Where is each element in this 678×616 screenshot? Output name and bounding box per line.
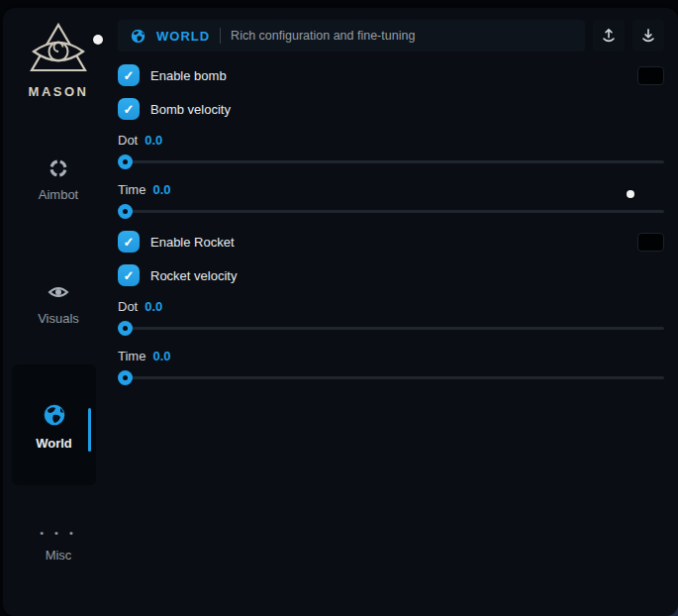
ellipsis-icon: • • • bbox=[3, 527, 114, 539]
slider-thumb[interactable] bbox=[118, 154, 133, 169]
enable-rocket-row: ✓ Enable Rocket bbox=[118, 230, 664, 254]
slider-value: 0.0 bbox=[145, 299, 162, 314]
header-row: WORLD Rich configuration and fine-tuning bbox=[118, 20, 664, 51]
sidebar-item-label: Visuals bbox=[38, 311, 79, 326]
thumb-dot bbox=[123, 159, 128, 164]
eye-icon bbox=[47, 280, 70, 304]
globe-icon bbox=[130, 28, 146, 45]
upload-icon bbox=[600, 27, 618, 45]
sidebar-item-misc[interactable]: • • • Misc bbox=[3, 527, 114, 563]
bomb-time-slider bbox=[118, 204, 664, 219]
page-title: WORLD bbox=[156, 29, 210, 44]
divider bbox=[220, 28, 221, 44]
rocket-velocity-checkbox[interactable]: ✓ bbox=[118, 264, 140, 286]
sidebar-item-label: Misc bbox=[46, 548, 72, 563]
check-icon: ✓ bbox=[124, 68, 135, 83]
sidebar-item-label: World bbox=[36, 436, 72, 451]
rocket-dot-slider bbox=[118, 321, 664, 336]
checkbox-label: Enable Rocket bbox=[150, 235, 235, 250]
check-icon: ✓ bbox=[124, 102, 135, 117]
bomb-color-swatch[interactable] bbox=[637, 66, 664, 85]
crosshair-icon bbox=[47, 156, 70, 180]
slider-value: 0.0 bbox=[152, 349, 170, 363]
sidebar-item-label: Aimbot bbox=[39, 187, 78, 202]
slider-thumb[interactable] bbox=[118, 204, 133, 219]
bomb-time-slider-label: Time 0.0 bbox=[118, 180, 664, 198]
checkbox-label: Rocket velocity bbox=[150, 268, 237, 283]
slider-name: Dot bbox=[118, 299, 138, 314]
checkbox-label: Bomb velocity bbox=[150, 102, 231, 117]
slider-thumb[interactable] bbox=[118, 321, 133, 336]
sidebar-item-world-selected[interactable]: World bbox=[12, 364, 96, 485]
active-tab-indicator bbox=[88, 408, 91, 452]
mason-logo: MASON bbox=[3, 22, 114, 99]
sidebar-item-visuals[interactable]: Visuals bbox=[3, 280, 114, 326]
slider-track[interactable] bbox=[118, 376, 664, 379]
logo-text: MASON bbox=[3, 84, 114, 99]
download-icon bbox=[639, 27, 657, 45]
rocket-color-swatch[interactable] bbox=[637, 233, 664, 252]
thumb-dot bbox=[123, 209, 128, 214]
check-icon: ✓ bbox=[124, 235, 135, 250]
thumb-dot bbox=[123, 326, 128, 331]
checkbox-label: Enable bomb bbox=[150, 68, 227, 83]
rocket-time-slider-label: Time 0.0 bbox=[118, 347, 664, 364]
eye-triangle-logo-icon bbox=[3, 22, 114, 79]
enable-bomb-row: ✓ Enable bomb bbox=[118, 63, 664, 87]
slider-name: Time bbox=[118, 349, 145, 363]
slider-value: 0.0 bbox=[145, 133, 162, 148]
rocket-dot-slider-label: Dot 0.0 bbox=[118, 297, 664, 315]
sidebar: MASON Aimbot Visuals bbox=[3, 8, 114, 616]
rocket-time-slider bbox=[118, 370, 664, 385]
check-icon: ✓ bbox=[124, 268, 135, 283]
tab-header-bar: WORLD Rich configuration and fine-tuning bbox=[118, 20, 585, 51]
content-panel: WORLD Rich configuration and fine-tuning bbox=[114, 8, 678, 616]
slider-name: Dot bbox=[118, 133, 138, 148]
slider-thumb[interactable] bbox=[118, 370, 133, 385]
cheat-menu-window: MASON Aimbot Visuals bbox=[3, 8, 678, 616]
export-config-button[interactable] bbox=[593, 20, 625, 51]
enable-bomb-checkbox[interactable]: ✓ bbox=[118, 64, 140, 86]
enable-rocket-checkbox[interactable]: ✓ bbox=[118, 231, 140, 253]
slider-track[interactable] bbox=[118, 327, 664, 330]
bomb-dot-slider bbox=[118, 154, 664, 169]
bomb-velocity-row: ✓ Bomb velocity bbox=[118, 97, 664, 121]
cursor-dot bbox=[627, 190, 634, 198]
page-subtitle: Rich configuration and fine-tuning bbox=[231, 29, 415, 43]
rocket-velocity-row: ✓ Rocket velocity bbox=[118, 263, 664, 287]
globe-icon bbox=[42, 402, 67, 428]
slider-track[interactable] bbox=[118, 160, 664, 163]
slider-track[interactable] bbox=[118, 210, 664, 213]
import-config-button[interactable] bbox=[632, 20, 664, 51]
sidebar-item-aimbot[interactable]: Aimbot bbox=[3, 156, 114, 202]
bomb-velocity-checkbox[interactable]: ✓ bbox=[118, 98, 140, 120]
slider-name: Time bbox=[118, 182, 145, 197]
cursor-dot bbox=[93, 35, 103, 45]
bomb-dot-slider-label: Dot 0.0 bbox=[118, 131, 664, 149]
thumb-dot bbox=[123, 375, 128, 380]
slider-value: 0.0 bbox=[152, 182, 170, 197]
